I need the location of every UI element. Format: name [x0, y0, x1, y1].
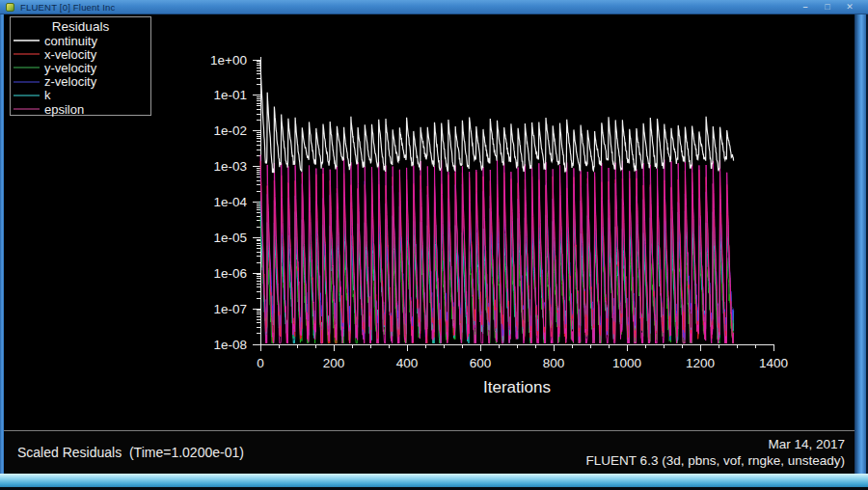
legend-label: x-velocity: [44, 47, 96, 62]
solver-version-label: FLUENT 6.3 (3d, pbns, vof, rngke, unstea…: [586, 452, 845, 469]
residuals-legend: Residuals continuityx-velocityy-velocity…: [10, 16, 151, 116]
plot-caption: Scaled Residuals (Time=1.0200e-01): [17, 445, 244, 460]
y-tick-label: 1e-03: [213, 159, 247, 174]
window-frame-right: [854, 14, 866, 475]
window-controls: – □ ✕: [799, 2, 856, 13]
y-tick-label: 1e-08: [213, 338, 247, 352]
y-tick-label: 1e-01: [213, 88, 247, 102]
x-tick-label: 800: [543, 356, 565, 370]
minimize-icon[interactable]: –: [799, 2, 812, 13]
legend-label: continuity: [44, 34, 97, 48]
date-label: Mar 14, 2017: [586, 436, 845, 452]
fluent-graphics-window: FLUENT [0] Fluent Inc – □ ✕ 1e+001e-011e…: [0, 0, 868, 490]
legend-item-epsilon: epsilon: [11, 102, 150, 116]
close-icon[interactable]: ✕: [843, 2, 856, 13]
y-tick-label: 1e+00: [210, 53, 247, 68]
y-tick-label: 1e-02: [213, 123, 247, 138]
y-tick-label: 1e-05: [213, 231, 247, 245]
legend-item-z-velocity: z-velocity: [11, 75, 150, 89]
legend-swatch-z-velocity: [14, 81, 40, 83]
legend-swatch-y-velocity: [14, 67, 40, 68]
plot-canvas: 1e+001e-011e-021e-031e-041e-051e-061e-07…: [4, 14, 854, 474]
legend-swatch-epsilon: [14, 108, 40, 110]
x-tick-label: 1200: [686, 356, 715, 370]
legend-item-continuity: continuity: [11, 34, 150, 47]
y-tick-label: 1e-06: [213, 266, 247, 281]
legend-swatch-x-velocity: [14, 53, 40, 55]
x-tick-label: 400: [396, 356, 419, 370]
legend-label: y-velocity: [44, 61, 96, 75]
x-tick-label: 0: [257, 356, 264, 370]
x-tick-label: 1400: [759, 356, 788, 370]
solver-info: Mar 14, 2017 FLUENT 6.3 (3d, pbns, vof, …: [586, 436, 845, 469]
y-tick-label: 1e-07: [213, 302, 247, 316]
legend-items: continuityx-velocityy-velocityz-velocity…: [11, 34, 150, 116]
x-tick-label: 200: [323, 356, 345, 370]
x-tick-label: 600: [470, 356, 492, 370]
y-tick-label: 1e-04: [213, 195, 247, 209]
x-tick-label: 1000: [612, 356, 641, 370]
legend-label: k: [44, 88, 51, 102]
legend-item-y-velocity: y-velocity: [11, 61, 150, 74]
legend-swatch-k: [14, 95, 40, 96]
window-frame-bottom: [0, 474, 868, 487]
fluent-app-icon[interactable]: [6, 3, 14, 12]
titlebar[interactable]: FLUENT [0] Fluent Inc – □ ✕: [0, 0, 868, 14]
legend-label: epsilon: [44, 102, 84, 117]
caption-bar: Scaled Residuals (Time=1.0200e-01) Mar 1…: [4, 430, 854, 474]
maximize-icon[interactable]: □: [821, 2, 834, 13]
legend-swatch-continuity: [14, 40, 40, 41]
legend-title: Residuals: [11, 19, 150, 34]
window-frame-left: [0, 14, 4, 475]
legend-item-x-velocity: x-velocity: [11, 47, 150, 61]
series-continuity: [260, 62, 734, 173]
window-title: FLUENT [0] Fluent Inc: [20, 2, 116, 13]
x-axis-label: Iterations: [483, 378, 551, 396]
legend-label: z-velocity: [44, 74, 96, 89]
legend-item-k: k: [11, 89, 150, 102]
